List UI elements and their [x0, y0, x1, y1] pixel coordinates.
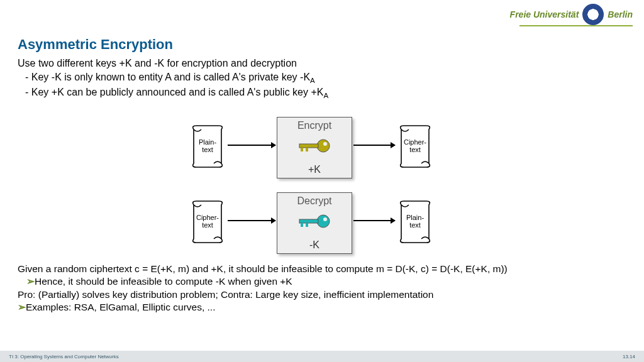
scroll-ciphertext-right: Cipher-text [396, 123, 434, 170]
intro-bullet2: - Key +K can be publicly announced and i… [25, 85, 328, 101]
scroll-label: Cipher-text [189, 214, 226, 229]
footer-bar: TI 3: Operating Systems and Computer Net… [0, 351, 644, 362]
body-text: Given a random ciphertext c = E(+K, m) a… [18, 263, 631, 314]
footer-left: TI 3: Operating Systems and Computer Net… [9, 354, 119, 359]
intro-block: Use two different keys +K and -K for enc… [18, 57, 328, 101]
svg-point-5 [317, 215, 330, 228]
logo-text-left: Freie Universität [510, 9, 579, 19]
body-line4: ➢Examples: RSA, ElGamal, Elliptic curves… [18, 301, 631, 314]
footer-right: 13.14 [623, 354, 635, 359]
intro-bullet2-text: Key +K can be publicly announced and is … [31, 87, 324, 97]
box-title: Decrypt [277, 195, 352, 207]
svg-rect-9 [306, 223, 308, 227]
scroll-plaintext-right: Plain-text [396, 199, 434, 245]
intro-bullet1-text: Key -K is only known to entity A and is … [31, 72, 310, 82]
svg-rect-2 [299, 144, 318, 148]
decrypt-box: Decrypt -K [277, 192, 352, 254]
arrow-icon [228, 145, 275, 146]
diagram: Plain-text Encrypt +K Cipher-text Cipher… [0, 113, 644, 258]
body-line4-text: Examples: RSA, ElGamal, Elliptic curves,… [26, 302, 215, 312]
chevron-icon: ➢ [26, 276, 35, 287]
diagram-row-decrypt: Cipher-text Decrypt -K Plain-text [0, 189, 644, 258]
chevron-icon: ➢ [18, 302, 26, 312]
box-key-label: +K [277, 164, 352, 175]
body-line2-text: Hence, it should be infeasible to comput… [35, 276, 292, 287]
slide-title: Asymmetric Encryption [18, 36, 173, 53]
svg-rect-7 [299, 219, 318, 223]
svg-rect-8 [301, 223, 303, 227]
box-key-label: -K [277, 239, 352, 251]
arrow-icon [353, 145, 395, 146]
scroll-ciphertext-left: Cipher-text [189, 199, 226, 245]
intro-line1: Use two different keys +K and -K for enc… [18, 57, 328, 70]
scroll-label: Cipher-text [396, 138, 434, 153]
key-icon [296, 135, 333, 156]
diagram-row-encrypt: Plain-text Encrypt +K Cipher-text [0, 113, 644, 182]
arrow-icon [228, 220, 275, 221]
body-line2: ➢Hence, it should be infeasible to compu… [26, 275, 631, 288]
scroll-label: Plain-text [396, 214, 434, 229]
logo-underline [519, 25, 633, 26]
intro-bullet1-sub: A [310, 77, 315, 84]
box-title: Encrypt [277, 120, 352, 131]
svg-rect-3 [301, 148, 303, 151]
svg-point-6 [323, 217, 327, 221]
svg-point-0 [317, 140, 330, 152]
body-line1: Given a random ciphertext c = E(+K, m) a… [18, 263, 631, 275]
intro-bullet1: - Key -K is only known to entity A and i… [25, 70, 328, 86]
encrypt-box: Encrypt +K [277, 117, 352, 178]
logo-text-right: Berlin [608, 9, 633, 19]
intro-bullet2-sub: A [323, 92, 328, 100]
arrow-icon [353, 220, 395, 221]
university-seal-icon [582, 4, 604, 25]
scroll-label: Plain-text [189, 138, 226, 153]
body-line3: Pro: (Partially) solves key distribution… [18, 288, 631, 301]
key-icon [296, 211, 333, 232]
university-logo: Freie Universität Berlin [510, 4, 633, 25]
svg-point-1 [323, 142, 327, 146]
svg-rect-4 [306, 148, 308, 151]
scroll-plaintext-left: Plain-text [189, 123, 226, 170]
